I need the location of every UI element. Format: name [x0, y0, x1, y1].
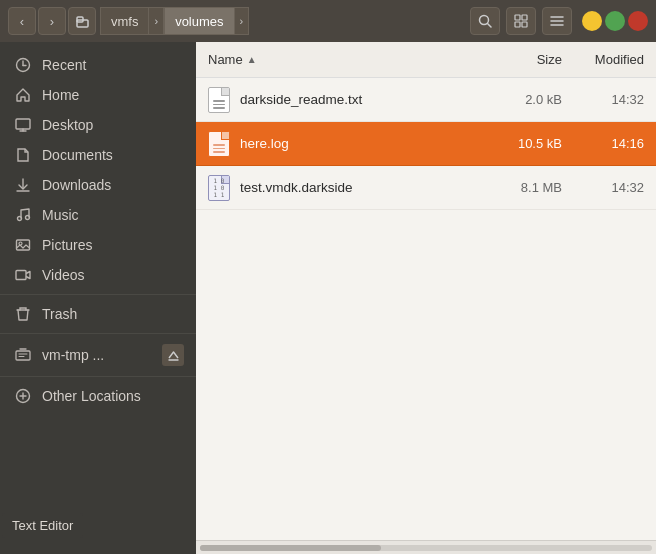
sidebar-item-trash[interactable]: Trash — [0, 299, 196, 329]
videos-label: Videos — [42, 267, 85, 283]
sidebar-item-pictures[interactable]: Pictures — [0, 230, 196, 260]
videos-icon — [14, 266, 32, 284]
file-name: darkside_readme.txt — [240, 92, 494, 107]
file-row[interactable]: darkside_readme.txt 2.0 kB 14:32 — [196, 78, 656, 122]
nav-forward-button[interactable]: › — [38, 7, 66, 35]
column-name[interactable]: Name ▲ — [208, 52, 494, 67]
view-toggle-button[interactable] — [506, 7, 536, 35]
nav-buttons: ‹ › — [8, 7, 96, 35]
svg-point-22 — [19, 242, 22, 245]
column-size[interactable]: Size — [494, 52, 574, 67]
svg-rect-6 — [515, 22, 520, 27]
sort-arrow: ▲ — [247, 54, 257, 65]
main-container: Recent Home Desktop — [0, 42, 656, 554]
file-list: darkside_readme.txt 2.0 kB 14:32 — [196, 78, 656, 540]
file-icon-cell: 1 01 01 1 — [208, 175, 240, 201]
file-icon-cell — [208, 87, 240, 113]
file-modified: 14:16 — [574, 136, 644, 151]
file-area: Name ▲ Size Modified — [196, 42, 656, 554]
titlebar: ‹ › vmfs › volumes › — [0, 0, 656, 42]
svg-rect-4 — [515, 15, 520, 20]
sidebar-item-music[interactable]: Music — [0, 200, 196, 230]
file-name-cell: here.log — [240, 136, 494, 151]
sidebar-item-vm-tmp[interactable]: vm-tmp ... — [0, 338, 196, 372]
eject-button[interactable] — [162, 344, 184, 366]
documents-icon — [14, 146, 32, 164]
minimize-button[interactable] — [582, 11, 602, 31]
file-icon-cell — [208, 131, 240, 157]
pictures-label: Pictures — [42, 237, 93, 253]
vm-tmp-icon — [14, 346, 32, 364]
file-name-cell: test.vmdk.darkside — [240, 180, 494, 195]
breadcrumb-vmfs[interactable]: vmfs — [100, 7, 149, 35]
nav-up-button[interactable] — [68, 7, 96, 35]
vmdk-file-icon: 1 01 01 1 — [208, 175, 230, 201]
txt-file-icon — [208, 87, 230, 113]
sidebar-item-documents[interactable]: Documents — [0, 140, 196, 170]
scrollbar-track[interactable] — [200, 545, 652, 551]
svg-point-20 — [26, 216, 30, 220]
sidebar-item-recent[interactable]: Recent — [0, 50, 196, 80]
nav-back-button[interactable]: ‹ — [8, 7, 36, 35]
svg-line-3 — [488, 24, 492, 28]
window-controls — [582, 11, 648, 31]
breadcrumb-end-arrow[interactable]: › — [235, 7, 250, 35]
hamburger-menu-button[interactable] — [542, 7, 572, 35]
sidebar-item-desktop[interactable]: Desktop — [0, 110, 196, 140]
recent-icon — [14, 56, 32, 74]
pictures-icon — [14, 236, 32, 254]
svg-rect-23 — [16, 271, 26, 280]
file-name: test.vmdk.darkside — [240, 180, 494, 195]
file-list-header: Name ▲ Size Modified — [196, 42, 656, 78]
sidebar: Recent Home Desktop — [0, 42, 196, 554]
trash-label: Trash — [42, 306, 77, 322]
file-row[interactable]: 1 01 01 1 test.vmdk.darkside 8.1 MB 14:3… — [196, 166, 656, 210]
desktop-label: Desktop — [42, 117, 93, 133]
scrollbar-thumb[interactable] — [200, 545, 381, 551]
file-modified: 14:32 — [574, 180, 644, 195]
sidebar-item-home[interactable]: Home — [0, 80, 196, 110]
svg-rect-7 — [522, 22, 527, 27]
sidebar-separator-3 — [0, 376, 196, 377]
file-name: here.log — [240, 136, 494, 151]
file-modified: 14:32 — [574, 92, 644, 107]
sidebar-separator — [0, 294, 196, 295]
file-row[interactable]: here.log 10.5 kB 14:16 — [196, 122, 656, 166]
recent-label: Recent — [42, 57, 86, 73]
titlebar-right — [470, 7, 648, 35]
scrollbar-area — [196, 540, 656, 554]
trash-icon — [14, 305, 32, 323]
breadcrumb: vmfs › volumes › — [100, 7, 466, 35]
sidebar-item-videos[interactable]: Videos — [0, 260, 196, 290]
downloads-icon — [14, 176, 32, 194]
music-label: Music — [42, 207, 79, 223]
file-size: 10.5 kB — [494, 136, 574, 151]
column-modified[interactable]: Modified — [574, 52, 644, 67]
log-file-icon — [208, 131, 230, 157]
svg-rect-5 — [522, 15, 527, 20]
svg-rect-14 — [16, 119, 30, 129]
close-button[interactable] — [628, 11, 648, 31]
svg-rect-24 — [16, 351, 30, 360]
svg-point-19 — [18, 217, 22, 221]
sidebar-item-other-locations[interactable]: Other Locations — [0, 381, 196, 411]
breadcrumb-volumes[interactable]: volumes — [164, 7, 234, 35]
text-editor-tooltip: Text Editor — [2, 513, 83, 538]
file-name-cell: darkside_readme.txt — [240, 92, 494, 107]
other-locations-label: Other Locations — [42, 388, 141, 404]
downloads-label: Downloads — [42, 177, 111, 193]
music-icon — [14, 206, 32, 224]
file-size: 2.0 kB — [494, 92, 574, 107]
desktop-icon — [14, 116, 32, 134]
breadcrumb-separator: › — [149, 7, 164, 35]
home-icon — [14, 86, 32, 104]
search-button[interactable] — [470, 7, 500, 35]
vm-tmp-label: vm-tmp ... — [42, 347, 104, 363]
documents-label: Documents — [42, 147, 113, 163]
sidebar-separator-2 — [0, 333, 196, 334]
sidebar-item-downloads[interactable]: Downloads — [0, 170, 196, 200]
maximize-button[interactable] — [605, 11, 625, 31]
home-label: Home — [42, 87, 79, 103]
file-size: 8.1 MB — [494, 180, 574, 195]
other-locations-icon — [14, 387, 32, 405]
